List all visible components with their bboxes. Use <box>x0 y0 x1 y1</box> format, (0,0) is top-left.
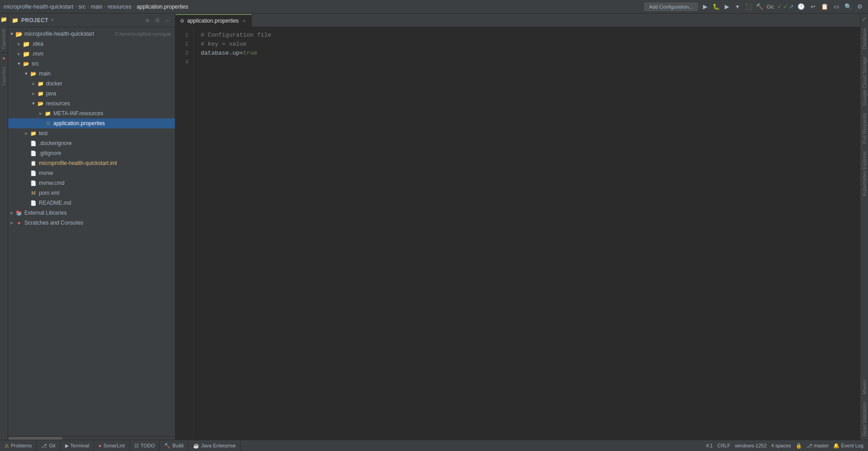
main-layout: 📁 OpenShift ● Favorites 📁 Project ▾ ⊕ ⚙ … <box>0 14 868 440</box>
debug-icon[interactable]: 🐛 <box>712 2 721 11</box>
tree-item-idea[interactable]: ▶ 📁 .idea <box>8 39 175 49</box>
lock-icon[interactable]: 🔒 <box>796 443 802 449</box>
tree-item-metainf[interactable]: ▶ 📁 META-INF.resources <box>8 108 175 118</box>
settings-icon[interactable]: ⚙ <box>855 2 864 11</box>
folder-icon-resources: 📂 <box>37 100 44 107</box>
label-metainf: META-INF.resources <box>53 110 171 117</box>
settings-sync-icon[interactable]: ⊕ <box>143 16 151 24</box>
breadcrumb-src[interactable]: src <box>78 4 85 10</box>
problems-tab[interactable]: ⚠ Problems <box>0 440 37 451</box>
label-main: main <box>39 70 171 77</box>
build-icon[interactable]: 🔨 <box>755 2 764 11</box>
stop-icon[interactable]: ⬛ <box>744 2 753 11</box>
indent[interactable]: 4 spaces <box>771 443 791 448</box>
cog-icon[interactable]: ⚙ <box>153 16 161 24</box>
minimize-icon[interactable]: ─ <box>163 16 171 24</box>
tree-item-scratches[interactable]: ▶ ● Scratches and Consoles <box>8 218 175 228</box>
properties-icon: ⚙ <box>44 120 52 127</box>
maven-tab[interactable]: Maven <box>861 376 868 398</box>
tree-item-app-props[interactable]: ⚙ application.properties <box>8 118 175 128</box>
sidebar-scrollbar[interactable] <box>8 436 175 440</box>
tree-item-dockerignore[interactable]: 📄 .dockerignore <box>8 138 175 148</box>
tree-item-main[interactable]: ▼ 📂 main <box>8 69 175 79</box>
breadcrumb-resources[interactable]: resources <box>108 4 132 10</box>
tree-item-test[interactable]: ▶ 📁 test <box>8 128 175 138</box>
tree-item-iml[interactable]: 📋 microprofile-health-quickstart.iml <box>8 158 175 168</box>
label-iml: microprofile-health-quickstart.iml <box>39 160 171 166</box>
git-check-icon[interactable]: ✓ <box>777 3 782 10</box>
event-log[interactable]: 🔔 Event Log <box>833 443 863 449</box>
git-arrow-icon[interactable]: ↗ <box>789 3 794 10</box>
bottom-bar: ⚠ Problems ⎇ Git ▶ Terminal ● SonarLint … <box>0 440 868 451</box>
encoding[interactable]: windows-1252 <box>735 443 766 448</box>
vcs-branch[interactable]: ⎇ master <box>807 443 829 449</box>
tab-close-button[interactable]: ✕ <box>241 18 247 24</box>
line-num-1: 1 <box>175 31 189 40</box>
breadcrumb-main[interactable]: main <box>91 4 103 10</box>
search-everywhere-icon[interactable]: 🔍 <box>844 2 853 11</box>
run-dropdown-icon[interactable]: ▾ <box>733 2 742 11</box>
breadcrumb-file[interactable]: application.properties <box>137 4 188 10</box>
bean-validation-tab[interactable]: Bean Validation <box>861 398 868 440</box>
label-ext-libs: External Libraries <box>24 210 171 216</box>
breadcrumb-sep-2: › <box>87 4 89 9</box>
google-cloud-tab[interactable]: Google Cloud Storage <box>861 53 868 109</box>
favorites-tab[interactable]: Favorites <box>1 63 7 89</box>
tab-app-props[interactable]: ⚙ application.properties ✕ <box>175 14 252 27</box>
tree-item-resources[interactable]: ▼ 📂 resources <box>8 99 175 108</box>
tree-item-mvnw[interactable]: 📄 mvnw <box>8 168 175 178</box>
branch-label: master <box>814 443 829 448</box>
problems-icon: ⚠ <box>5 443 9 449</box>
add-configuration-button[interactable]: Add Configuration... <box>644 3 698 11</box>
code-editor[interactable]: # Configuration file # key = value datab… <box>193 27 860 440</box>
rollback-icon[interactable]: ↩ <box>808 2 817 11</box>
arrow-docker: ▶ <box>30 81 37 86</box>
kubernetes-tab[interactable]: Kubernetes Explorer <box>861 147 868 200</box>
arrow-ext-libs: ▶ <box>8 211 15 215</box>
tree-item-gitignore[interactable]: 📄 .gitignore <box>8 148 175 158</box>
todo-tab[interactable]: ☑ TODO <box>130 440 160 451</box>
run-icon[interactable]: ▶ <box>701 2 710 11</box>
cursor-position[interactable]: 4:1 <box>706 443 712 448</box>
mvnwcmd-icon: 📄 <box>30 179 37 187</box>
history-icon[interactable]: 🕐 <box>797 2 806 11</box>
line-ending[interactable]: CRLF <box>717 443 731 448</box>
sonarlint-tab[interactable]: ● SonarLint <box>94 440 130 451</box>
vcs-icon[interactable]: 📋 <box>820 2 829 11</box>
project-icon[interactable]: 📁 <box>0 14 8 25</box>
breadcrumb-root[interactable]: microprofile-health-quickstart <box>4 4 73 10</box>
terminal-tab[interactable]: ▶ Terminal <box>61 440 94 451</box>
label-idea: .idea <box>32 41 171 47</box>
status-bar-right: 4:1 CRLF windows-1252 4 spaces 🔒 ⎇ maste… <box>701 440 868 451</box>
tree-item-readme[interactable]: 📄 README.md <box>8 198 175 208</box>
folder-icon-mvn: 📁 <box>23 50 30 57</box>
tree-item-java[interactable]: ▶ 📁 java <box>8 89 175 99</box>
arrow-metainf: ▶ <box>37 111 44 116</box>
tree-item-root[interactable]: ▼ 📂 microprofile-health-quickstart C:/wo… <box>8 29 175 39</box>
git-check2-icon[interactable]: ✓ <box>783 3 788 10</box>
tree-item-mvn[interactable]: ▶ 📁 .mvn <box>8 49 175 59</box>
arrow-main: ▼ <box>23 71 30 76</box>
tree-item-src[interactable]: ▼ 📂 src <box>8 59 175 69</box>
tree-item-mvnwcmd[interactable]: 📄 mvnw.cmd <box>8 178 175 188</box>
editor-area: ⚙ application.properties ✕ 1 2 3 4 # Con… <box>175 14 860 440</box>
tree-item-pomxml[interactable]: M pom.xml <box>8 188 175 198</box>
build-tab[interactable]: 🔨 Build <box>160 440 188 451</box>
gitignore-icon: 📄 <box>30 150 37 157</box>
folder-icon-test: 📁 <box>30 130 37 137</box>
coverage-icon[interactable]: ▶ <box>722 2 731 11</box>
git-tab[interactable]: ⎇ Git <box>37 440 60 451</box>
database-tab[interactable]: Database <box>861 24 868 53</box>
tree-item-ext-libs[interactable]: ▶ 📚 External Libraries <box>8 208 175 218</box>
pull-requests-tab[interactable]: Pull Requests <box>861 109 868 147</box>
label-pomxml: pom.xml <box>39 190 171 196</box>
arrow-src: ▼ <box>15 61 23 66</box>
error-icon[interactable]: ● <box>2 53 5 63</box>
sonarlint-label: SonarLint <box>104 443 125 448</box>
layout-icon[interactable]: ▭ <box>832 2 841 11</box>
tree-item-docker[interactable]: ▶ 📁 docker <box>8 79 175 89</box>
openshift-tab[interactable]: OpenShift <box>1 25 7 52</box>
java-enterprise-tab[interactable]: ☕ Java Enterprise <box>189 440 241 451</box>
file-tree: ▼ 📂 microprofile-health-quickstart C:/wo… <box>8 27 175 436</box>
folder-icon-java: 📁 <box>37 90 44 97</box>
